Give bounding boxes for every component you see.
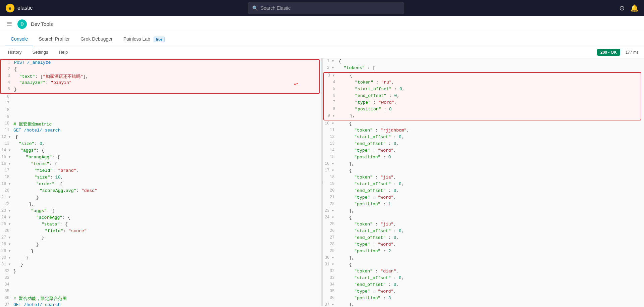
r-line-3: 3 ▼ { (324, 73, 641, 80)
r-line-23: 23 ▼ }, (323, 208, 644, 215)
r-line-10: 10 ▼ { (323, 121, 644, 127)
r-line-15: 15 "position" : 0 (323, 154, 644, 161)
secondary-navigation: ☰ D Dev Tools (0, 16, 644, 32)
right-panel: 1 ▼ { 2 ▼ "tokens" : [ 3 ▼ { 4 "toke (323, 58, 644, 306)
r-line-34: 34 "end_offset" : 0, (323, 282, 644, 289)
help-circle-icon[interactable]: ⊙ (619, 4, 625, 12)
search-bar-container: 🔍 Search Elastic (37, 2, 615, 14)
r-line-4: 4 "token" : "ru", (324, 80, 641, 86)
code-line-33: 33 (0, 275, 321, 282)
code-line-1: 1 POST /_analyze ▶ ⚙ (1, 60, 319, 66)
code-line-21: 21 ▼ } (0, 195, 321, 201)
code-line-32: 32 } (0, 268, 321, 275)
r-line-22: 22 "position" : 1 (323, 201, 644, 208)
r-line-17: 17 ▼ { (323, 168, 644, 174)
code-line-24: 24 ▼ "scoreAgg": { (0, 215, 321, 221)
beta-badge: true (154, 37, 165, 42)
r-line-25: 25 "token" : "jiu", (323, 221, 644, 228)
code-line-20: 20 "scoreAgg.avg": "desc" (0, 188, 321, 195)
code-line-12: 12 ▼ { (0, 134, 321, 141)
code-line-29: 29 ▼ } (0, 248, 321, 255)
code-line-17: 17 "field": "brand", (0, 168, 321, 174)
code-line-11: 11 GET /hotel/_search (0, 127, 321, 134)
code-line-23: 23 ▼ "aggs": { (0, 208, 321, 215)
notification-icon[interactable]: 🔔 (630, 4, 639, 12)
code-line-36: 36 # 聚合功能，限定聚合范围 (0, 295, 321, 302)
r-line-1: 1 ▼ { (323, 58, 644, 65)
code-line-8: 8 (0, 107, 321, 114)
run-button[interactable]: ▶ (302, 60, 307, 66)
r-line-19: 19 "start_offset" : 0, (323, 181, 644, 188)
r-line-30: 30 ▼ }, (323, 255, 644, 262)
code-line-26: 26 "field": "score" (0, 228, 321, 235)
code-line-3: 3 "text": ["如家酒店还不错吗"], (1, 73, 319, 80)
code-line-10: 10 # 嵌套聚合metric (0, 121, 321, 127)
r-line-29: 29 "position" : 2 (323, 248, 644, 255)
tabs-row: Console Search Profiler Grok Debugger Pa… (0, 32, 644, 46)
top-navigation: e elastic 🔍 Search Elastic ⊙ 🔔 (0, 0, 644, 16)
code-line-30: 30 ▼ } (0, 255, 321, 262)
time-badge: 177 ms (626, 50, 639, 55)
r-line-11: 11 "token" : "rjjdhbcm", (323, 127, 644, 134)
left-code-area: 1 POST /_analyze ▶ ⚙ 2 { 3 "text": ["如家酒… (0, 59, 321, 306)
code-line-14: 14 ▼ "aggs": { (0, 148, 321, 154)
r-line-31: 31 ▼ { (323, 262, 644, 268)
settings-button[interactable]: Settings (30, 48, 51, 56)
elastic-logo[interactable]: e elastic (5, 3, 33, 13)
code-line-31: 31 ▼ } (0, 262, 321, 268)
code-line-28: 28 ▼ } (0, 242, 321, 248)
r-line-24: 24 ▼ { (323, 215, 644, 221)
r-line-27: 27 "end_offset" : 0, (323, 235, 644, 242)
r-line-5: 5 "start_offset" : 0, (324, 86, 641, 93)
elastic-logo-text: elastic (17, 5, 33, 11)
code-line-6: 6 (0, 94, 321, 101)
search-icon: 🔍 (252, 5, 258, 11)
toolbar: History Settings Help 200 - OK 177 ms (0, 46, 644, 58)
editor-area: 1 POST /_analyze ▶ ⚙ 2 { 3 "text": ["如家酒… (0, 58, 644, 306)
r-line-12: 12 "start_offset" : 0, (323, 134, 644, 141)
r-line-37: 37 ▼ }, (323, 302, 644, 306)
r-line-33: 33 "start_offset" : 0, (323, 275, 644, 282)
code-line-2: 2 { (1, 66, 319, 73)
search-bar-placeholder: Search Elastic (261, 5, 290, 11)
tab-painless-lab[interactable]: Painless Lab true (118, 32, 170, 46)
code-line-16: 16 ▼ "terms": { (0, 161, 321, 168)
tab-grok-debugger[interactable]: Grok Debugger (75, 32, 118, 46)
code-line-19: 19 ▼ "order": { (0, 181, 321, 188)
r-line-8: 8 "position" : 0 (324, 106, 641, 113)
svg-text:e: e (9, 6, 11, 11)
right-code-area: 1 ▼ { 2 ▼ "tokens" : [ 3 ▼ { 4 "toke (323, 58, 644, 306)
code-line-22: 22 }, (0, 201, 321, 208)
copy-curl-button[interactable]: ⚙ (309, 60, 315, 66)
r-line-20: 20 "end_offset" : 0, (323, 188, 644, 195)
code-line-34: 34 (0, 282, 321, 289)
page-title: Dev Tools (31, 21, 53, 27)
tab-search-profiler[interactable]: Search Profiler (33, 32, 75, 46)
r-line-13: 13 "end_offset" : 0, (323, 141, 644, 148)
r-line-18: 18 "token" : "jia", (323, 174, 644, 181)
r-line-32: 32 "token" : "dian", (323, 268, 644, 275)
avatar: D (17, 19, 27, 29)
code-line-9: 9 (0, 114, 321, 121)
code-line-13: 13 "size": 0, (0, 141, 321, 148)
code-line-35: 35 (0, 289, 321, 295)
r-line-36: 36 "position" : 3 (323, 295, 644, 302)
left-editor-panel[interactable]: 1 POST /_analyze ▶ ⚙ 2 { 3 "text": ["如家酒… (0, 58, 321, 306)
code-line-25: 25 ▼ "stats": { (0, 221, 321, 228)
r-line-7: 7 "type" : "word", (324, 100, 641, 106)
tab-console[interactable]: Console (5, 32, 33, 46)
search-bar[interactable]: 🔍 Search Elastic (248, 2, 404, 14)
code-line-18: 18 "size": 10, (0, 174, 321, 181)
status-badge: 200 - OK (597, 49, 620, 56)
menu-toggle-button[interactable]: ☰ (5, 19, 13, 29)
r-line-14: 14 "type" : "word", (323, 148, 644, 154)
code-line-7: 7 (0, 101, 321, 107)
r-line-16: 16 ▼ }, (323, 161, 644, 168)
help-button[interactable]: Help (56, 48, 70, 56)
r-line-21: 21 "type" : "word", (323, 195, 644, 201)
code-line-5: 5 } (1, 87, 319, 93)
r-line-28: 28 "type" : "word", (323, 242, 644, 248)
history-button[interactable]: History (5, 48, 24, 56)
r-line-35: 35 "type" : "word", (323, 289, 644, 295)
r-line-9: 9 ▼ }, (324, 113, 641, 120)
